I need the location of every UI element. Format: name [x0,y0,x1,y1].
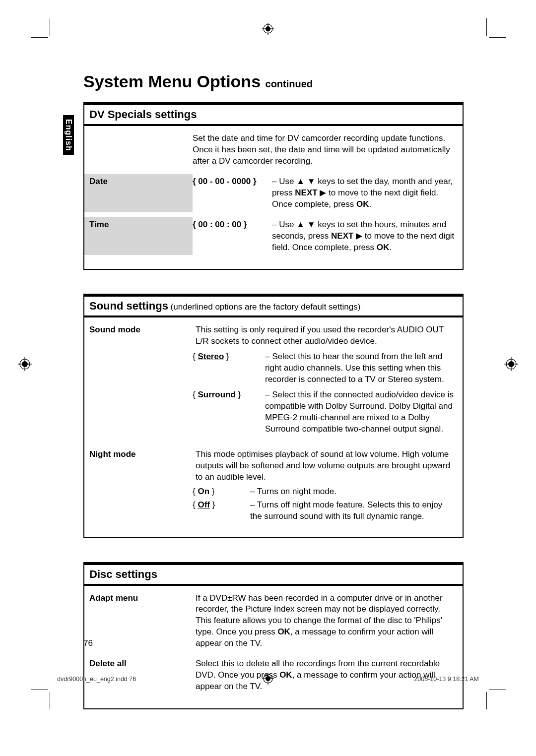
date-label: Date [84,174,193,212]
registration-mark-icon [504,357,518,371]
date-desc: – Use ▲ ▼ keys to set the day, month and… [272,176,456,210]
time-value: { 00 : 00 : 00 } [193,220,247,229]
page-number: 76 [83,638,93,648]
crop-mark [489,690,506,690]
dv-intro: Set the date and time for DV camcorder r… [193,131,456,174]
dv-specials-box: DV Specials settings Set the date and ti… [83,102,464,270]
stereo-option: { Stereo } [193,349,262,387]
stereo-desc: – Select this to hear the sound from the… [262,349,456,387]
crop-mark [489,37,506,38]
registration-mark-icon [18,357,32,371]
time-label: Time [84,217,193,255]
disc-settings-header: Disc settings [84,563,463,586]
sound-settings-header: Sound settings (underlined options are t… [84,295,463,317]
on-desc: – Turns on night mode. [247,485,456,499]
on-option: { On } [193,485,247,499]
crop-mark [50,18,50,36]
surround-option: { Surround } [193,387,262,437]
time-desc: – Use ▲ ▼ keys to set the hours, minutes… [272,219,456,253]
crop-mark [486,18,487,36]
page-title-main: System Menu Options [83,72,261,91]
crop-mark [31,37,48,38]
off-desc: – Turns off night mode feature. Selects … [247,499,456,523]
crop-mark [486,692,487,709]
sound-settings-box: Sound settings (underlined options are t… [83,294,464,538]
night-mode-label: Night mode [84,447,193,485]
crop-mark [50,692,50,709]
off-option: { Off } [193,499,247,523]
dv-specials-header: DV Specials settings [84,103,463,126]
disc-settings-box: Disc settings Adapt menu If a DVD±RW has… [83,562,464,710]
footer-filename: dvdr9000h_eu_eng2.indd 76 [57,676,136,683]
footer-timestamp: 2005-10-13 9:18:21 AM [414,676,479,683]
sound-mode-intro: This setting is only required if you use… [193,322,456,349]
language-tab: English [63,115,74,155]
sound-mode-label: Sound mode [84,322,193,349]
language-tab-label: English [64,119,73,151]
crop-mark [31,690,48,690]
date-value: { 00 - 00 - 0000 } [193,177,257,186]
page-title: System Menu Options continued [83,72,464,91]
adapt-menu-label: Adapt menu [84,591,193,652]
adapt-menu-desc: If a DVD±RW has been recorded in a compu… [193,591,456,652]
surround-desc: – Select this if the connected audio/vid… [262,387,456,437]
page-title-sub: continued [266,78,313,89]
registration-mark-icon [262,23,274,35]
night-mode-intro: This mode optimises playback of sound at… [193,447,456,485]
